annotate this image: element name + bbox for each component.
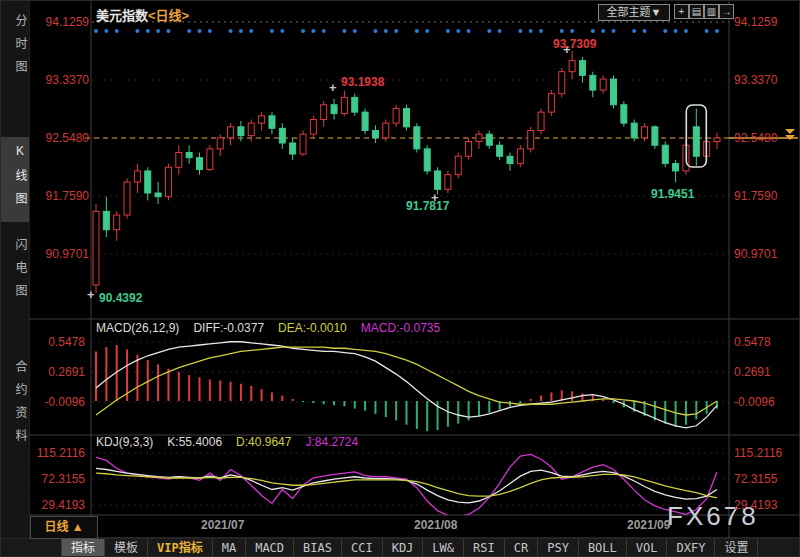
export-window-icon[interactable]: →	[719, 4, 734, 19]
toolbar-item-lw[interactable]: LW&	[423, 539, 464, 557]
sidebar-tab-flash[interactable]: 闪电图	[1, 231, 29, 314]
chart-canvas[interactable]	[1, 1, 800, 557]
sidebar-tab-kline[interactable]: K线图	[1, 137, 29, 222]
toolbar-item-macd[interactable]: MACD	[246, 539, 294, 557]
toolbar-item-cci[interactable]: CCI	[342, 539, 383, 557]
toolbar-item-vol[interactable]: VOL	[627, 539, 668, 557]
kdj-scale-label: 115.2116	[35, 446, 85, 460]
theme-dropdown[interactable]: 全部主题▼	[598, 4, 670, 21]
kdj-header: KDJ(9,3,3) K:55.4006 D:40.9647 J:84.2724	[96, 435, 358, 449]
period-tag: <日线>	[148, 8, 189, 23]
y-axis-label: 91.7590	[734, 189, 777, 203]
dea-value: DEA:-0.0010	[278, 321, 347, 335]
toolbar-item-ma[interactable]: MA	[213, 539, 246, 557]
chart-title: 美元指数<日线>	[96, 5, 189, 24]
kdj-scale-label: 72.3155	[35, 472, 85, 486]
marker-cross-icon: +	[329, 83, 337, 93]
y-axis-label: 94.1259	[37, 15, 89, 29]
y-axis-label: 91.7590	[37, 189, 89, 203]
x-axis-label: 2021/08	[414, 518, 457, 532]
x-axis-label: 2021/07	[201, 518, 244, 532]
low-annotation: 91.7817	[406, 199, 449, 213]
current-price-label: 92.5480	[734, 131, 777, 145]
toolbar-item-bias[interactable]: BIAS	[294, 539, 342, 557]
macd-scale-label: 0.2691	[35, 365, 85, 379]
low-annotation: 90.4392	[99, 291, 142, 305]
kdj-scale-label: 72.3155	[734, 472, 777, 486]
y-axis-label: 90.9701	[734, 247, 777, 261]
high-annotation: 93.1938	[341, 75, 384, 89]
x-axis-label: 2021/09	[627, 518, 670, 532]
toolbar-item-settings[interactable]: 设置	[715, 539, 758, 557]
chart-mode-sidebar: 分时图 K线图 闪电图 合约资料	[1, 1, 29, 538]
toolbar-item-cr[interactable]: CR	[505, 539, 538, 557]
marker-cross-icon: +	[431, 193, 439, 203]
marker-cross-icon: +	[87, 290, 95, 300]
macd-scale-label: 0.5478	[734, 335, 771, 349]
j-value: J:84.2724	[305, 435, 358, 449]
y-axis-label-current: 92.5480	[37, 131, 89, 145]
indicator-toolbar: 指标 模板 VIP指标 MA MACD BIAS CCI KDJ LW& RSI…	[1, 539, 800, 557]
y-axis-label: 93.3370	[37, 73, 89, 87]
toolbar-item-vip[interactable]: VIP指标	[148, 539, 213, 557]
toolbar-item-template[interactable]: 模板	[105, 539, 148, 557]
macd-scale-label: -0.0096	[734, 395, 775, 409]
toolbar-item-psy[interactable]: PSY	[538, 539, 579, 557]
toolbar-item-kdj[interactable]: KDJ	[383, 539, 424, 557]
trading-app-window: 分时图 K线图 闪电图 合约资料 美元指数<日线> 全部主题▼ + ▤ ▥ → …	[0, 0, 800, 557]
marker-cross-icon: +	[563, 45, 571, 55]
macd-scale-label: -0.0096	[35, 395, 85, 409]
diff-value: DIFF:-0.0377	[193, 321, 264, 335]
symbol-name: 美元指数	[96, 8, 148, 23]
toolbar-item-rsi[interactable]: RSI	[464, 539, 505, 557]
macd-scale-label: 0.2691	[734, 365, 771, 379]
k-value: K:55.4006	[167, 435, 222, 449]
kdj-scale-label: 29.4193	[35, 498, 85, 512]
kdj-scale-label: 115.2116	[734, 446, 782, 460]
sidebar-tab-timeline[interactable]: 分时图	[1, 7, 29, 90]
d-value: D:40.9647	[236, 435, 291, 449]
macd-name: MACD(26,12,9)	[96, 321, 179, 335]
pan-tool-icon[interactable]: +	[674, 4, 689, 19]
y-axis-label: 93.3370	[734, 73, 777, 87]
y-axis-label: 94.1259	[734, 15, 777, 29]
toolbar-item-dxfy[interactable]: DXFY	[667, 539, 715, 557]
sidebar-tab-contract[interactable]: 合约资料	[1, 353, 29, 459]
macd-scale-label: 0.5478	[35, 335, 85, 349]
toolbar-item-boll[interactable]: BOLL	[579, 539, 627, 557]
kdj-scale-label: 29.4193	[734, 498, 777, 512]
kdj-name: KDJ(9,3,3)	[96, 435, 153, 449]
toolbar-item-indicator[interactable]: 指标	[61, 539, 105, 557]
macd-value: MACD:-0.0735	[361, 321, 440, 335]
high-annotation: 93.7309	[553, 37, 596, 51]
macd-header: MACD(26,12,9) DIFF:-0.0377 DEA:-0.0010 M…	[96, 321, 440, 335]
layout-right-icon[interactable]: ▥	[704, 4, 719, 19]
layout-left-icon[interactable]: ▤	[689, 4, 704, 19]
low-annotation: 91.9451	[651, 187, 694, 201]
y-axis-label: 90.9701	[37, 247, 89, 261]
period-tab-daily[interactable]: 日线 ▲	[30, 516, 98, 539]
